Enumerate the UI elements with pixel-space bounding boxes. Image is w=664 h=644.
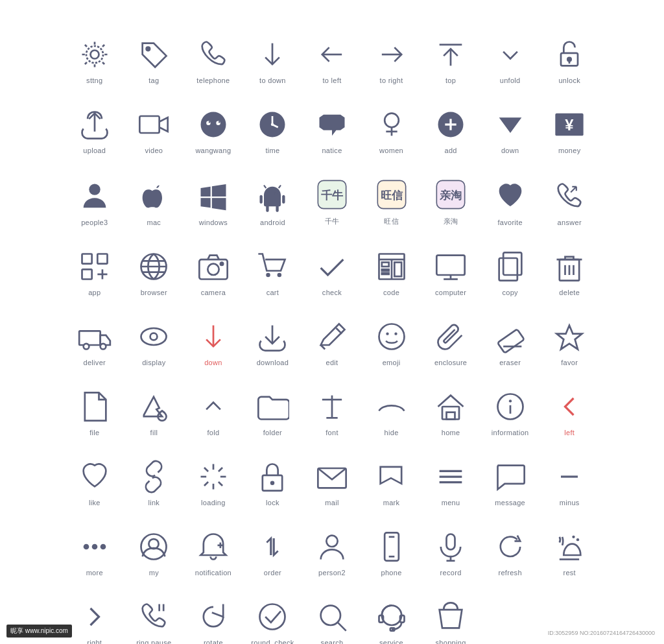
icon-item-record: record <box>421 518 480 588</box>
icon-label-camera: camera <box>201 289 226 296</box>
icon-label-edit: edit <box>326 359 338 366</box>
svg-rect-83 <box>497 329 524 353</box>
icon-label-person2: person2 <box>318 569 346 577</box>
svg-point-103 <box>270 481 275 486</box>
svg-line-132 <box>338 623 346 631</box>
icon-label-refresh: refresh <box>498 569 521 577</box>
svg-point-73 <box>100 344 106 350</box>
more-icon <box>78 530 112 564</box>
icon-label-down: down <box>501 147 519 154</box>
order-icon <box>255 530 289 564</box>
svg-point-74 <box>141 328 167 345</box>
icon-label-favor: favor <box>561 359 578 366</box>
icon-item-download: download <box>243 308 303 378</box>
icon-item-ringpause: ring pause <box>124 588 184 644</box>
svg-point-118 <box>326 536 337 547</box>
icon-item-rotate: rotate <box>184 588 243 644</box>
icon-item-women: women <box>362 96 421 166</box>
icon-label-computer: computer <box>435 289 466 296</box>
ring-pause-icon <box>137 600 171 634</box>
icon-item-copy: copy <box>480 238 540 308</box>
refresh-icon <box>493 530 527 564</box>
favor-icon <box>552 320 586 353</box>
icon-item-service: service <box>362 588 421 644</box>
icon-label-favorite: favorite <box>497 219 522 226</box>
folder-icon <box>255 390 289 423</box>
icon-item-tag: tag <box>124 26 184 96</box>
svg-point-13 <box>200 112 226 137</box>
icon-label-hide: hide <box>385 429 399 436</box>
icon-item-code: code <box>362 238 421 308</box>
icon-label-information: information <box>492 429 529 436</box>
icon-label-qinchao: 亲淘 <box>444 217 458 226</box>
icon-item-edit: edit <box>302 308 362 378</box>
icon-label-search: search <box>321 639 344 644</box>
svg-point-127 <box>573 536 575 538</box>
icon-item-telephone: telephone <box>184 26 243 96</box>
svg-rect-58 <box>381 269 388 270</box>
copy-icon <box>493 250 527 283</box>
svg-rect-41 <box>97 254 107 264</box>
icon-label-shopping: shopping <box>436 639 466 644</box>
svg-line-99 <box>219 482 222 486</box>
icon-item-shopping: shopping <box>421 588 480 644</box>
windows-icon <box>196 180 230 213</box>
answer-icon <box>552 180 586 213</box>
display-icon <box>137 320 171 353</box>
code-icon <box>375 250 409 283</box>
svg-point-110 <box>91 544 97 550</box>
icon-item-top: top <box>421 26 480 96</box>
edit-icon <box>315 320 349 353</box>
icon-item-minus: minus <box>540 448 599 518</box>
icon-label-more: more <box>86 569 103 577</box>
icon-item-answer: answer <box>540 166 599 238</box>
search-icon <box>315 600 349 634</box>
svg-point-111 <box>100 544 106 550</box>
svg-rect-57 <box>381 263 388 267</box>
icon-item-favor: favor <box>540 308 599 378</box>
svg-point-126 <box>576 538 579 541</box>
icon-label-roundcheck: round_check <box>251 639 294 644</box>
icon-label-menu: menu <box>442 499 460 507</box>
icon-item-notification: notification <box>184 518 243 588</box>
icon-item-menu: menu <box>421 448 480 518</box>
deliver-icon <box>78 320 112 353</box>
fold-icon <box>196 390 230 423</box>
icon-item-folder: folder <box>243 378 303 448</box>
cart-icon <box>255 250 289 283</box>
icon-label-todown: to down <box>259 77 286 84</box>
icon-label-font: font <box>326 429 338 436</box>
icon-item-toleft: to left <box>302 26 362 96</box>
emoji-icon <box>375 320 409 353</box>
icon-label-notification: notification <box>195 569 231 577</box>
icon-label-answer: answer <box>558 219 582 226</box>
icon-label-cart: cart <box>267 289 279 296</box>
icon-item-like: like <box>65 448 124 518</box>
mark-icon <box>375 460 409 494</box>
icon-label-sttng: sttng <box>86 77 102 84</box>
home-icon <box>434 390 468 423</box>
icon-item-lock: lock <box>243 448 303 518</box>
women-icon <box>375 108 409 141</box>
to-left-icon <box>315 38 349 71</box>
icon-label-left: left <box>564 429 575 436</box>
icon-label-minus: minus <box>560 499 580 507</box>
icon-label-app: app <box>88 289 101 296</box>
icon-item-display: display <box>124 308 184 378</box>
icon-label-emoji: emoji <box>383 359 401 366</box>
shopping-icon <box>434 600 468 634</box>
settings-icon <box>78 38 112 71</box>
icon-label-record: record <box>440 569 462 577</box>
delete-icon <box>552 250 586 283</box>
rotate-icon <box>196 600 230 634</box>
icon-label-display: display <box>142 359 165 366</box>
to-right-icon <box>375 38 409 71</box>
person2-icon <box>315 530 349 564</box>
right-icon <box>78 600 112 634</box>
icon-label-money: money <box>558 147 581 154</box>
icon-item-computer: computer <box>421 238 480 308</box>
svg-point-112 <box>141 534 167 560</box>
svg-point-130 <box>260 604 285 630</box>
svg-point-0 <box>90 51 99 59</box>
svg-line-101 <box>204 468 208 471</box>
